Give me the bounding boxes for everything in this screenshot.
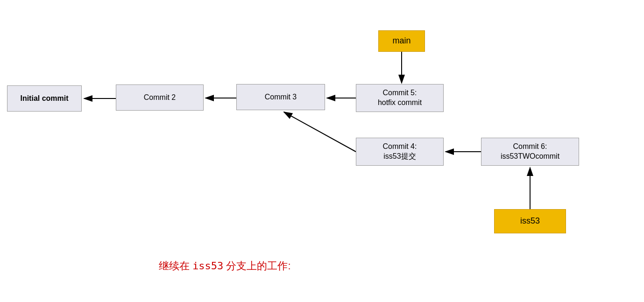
- bottom-caption: 继续在 iss53 分支上的工作:: [159, 259, 291, 273]
- commit3-node: Commit 3: [236, 84, 325, 110]
- commit2-node: Commit 2: [116, 84, 204, 111]
- commit4-node: Commit 4:iss53提交: [356, 138, 444, 166]
- commit6-node: Commit 6:iss53TWOcommit: [481, 138, 579, 166]
- iss53-branch-label: iss53: [494, 209, 566, 233]
- arrow-commit4-to-commit3: [284, 112, 356, 152]
- commit5-node: Commit 5:hotfix commit: [356, 84, 444, 112]
- initial-commit-node: Initial commit: [7, 85, 82, 112]
- diagram-container: Initial commit Commit 2 Commit 3 Commit …: [0, 0, 644, 302]
- main-branch-label: main: [378, 30, 425, 52]
